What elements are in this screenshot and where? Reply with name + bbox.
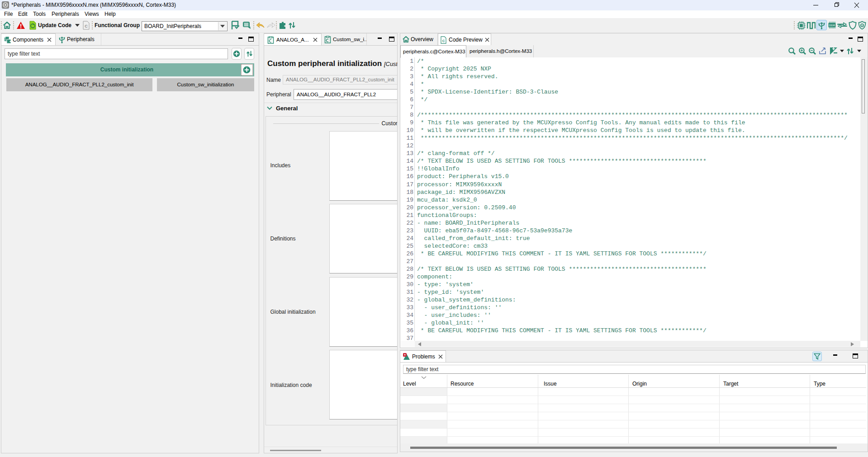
svg-text:DDR: DDR (829, 24, 835, 27)
svg-text:C: C (442, 39, 445, 43)
svg-text:C: C (85, 24, 88, 28)
